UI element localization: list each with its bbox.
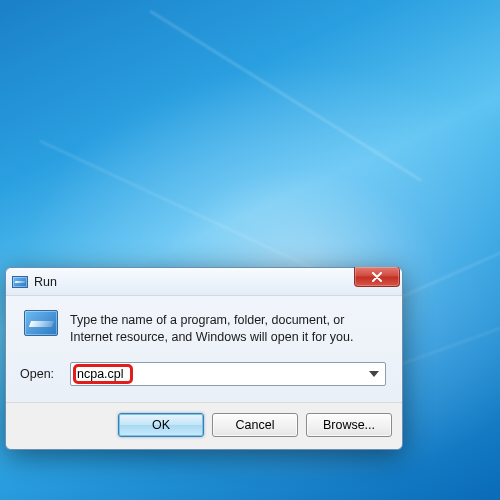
run-dialog: Run Type the name of a program, folder, … <box>5 267 403 450</box>
run-prompt-icon <box>12 274 28 290</box>
window-title: Run <box>34 275 57 289</box>
open-combobox[interactable] <box>70 362 386 386</box>
ok-button[interactable]: OK <box>118 413 204 437</box>
cancel-button[interactable]: Cancel <box>212 413 298 437</box>
open-input[interactable] <box>77 367 363 381</box>
browse-button[interactable]: Browse... <box>306 413 392 437</box>
open-label: Open: <box>20 367 60 381</box>
titlebar[interactable]: Run <box>6 268 402 296</box>
instruction-text: Type the name of a program, folder, docu… <box>70 310 390 346</box>
close-icon <box>371 272 383 282</box>
dialog-footer: OK Cancel Browse... <box>6 402 402 449</box>
chevron-down-icon[interactable] <box>367 367 381 381</box>
run-prompt-icon <box>24 310 58 344</box>
dialog-content: Type the name of a program, folder, docu… <box>6 296 402 386</box>
close-button[interactable] <box>354 267 400 287</box>
desktop-wallpaper: Run Type the name of a program, folder, … <box>0 0 500 500</box>
wallpaper-streak <box>149 10 421 181</box>
